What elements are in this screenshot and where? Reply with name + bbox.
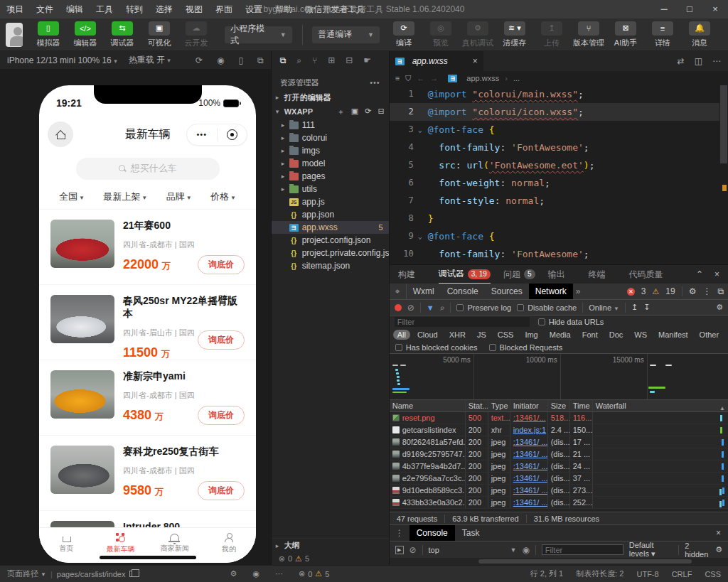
phone-tab[interactable]: 首页 bbox=[39, 528, 93, 559]
menu-item[interactable]: 界面 bbox=[209, 0, 239, 18]
more-actions-icon[interactable]: ••• bbox=[370, 78, 380, 87]
devtools-tab[interactable]: Network bbox=[529, 284, 573, 299]
preserve-log-checkbox[interactable]: Preserve log bbox=[456, 303, 511, 312]
drawer-menu-icon[interactable]: ⋮ bbox=[390, 528, 410, 538]
multi-window-icon[interactable]: ⧉ bbox=[257, 55, 264, 65]
open-editors-section[interactable]: ▸打开的编辑器 bbox=[272, 90, 389, 104]
filter-dropdown[interactable]: 品牌▼ bbox=[166, 190, 192, 203]
device-frame-icon[interactable]: ▯ bbox=[239, 55, 244, 65]
tree-item[interactable]: project.config.json bbox=[272, 234, 389, 247]
tree-item[interactable]: ▸ 111 bbox=[272, 119, 389, 131]
menu-item[interactable]: 编辑 bbox=[60, 0, 90, 18]
code-line[interactable]: 7 font-style: normal; bbox=[390, 192, 728, 210]
ask-price-button[interactable]: 询底价 bbox=[198, 330, 245, 350]
tree-item[interactable]: sitemap.json bbox=[272, 259, 389, 272]
tree-item[interactable]: ▸ imgs bbox=[272, 144, 389, 157]
compile-tool-button[interactable]: ⟳ 编译 bbox=[386, 21, 422, 48]
menu-item[interactable]: 设置 bbox=[239, 0, 269, 18]
compile-tool-button[interactable]: ◎ 预览 bbox=[423, 21, 459, 48]
filter-dropdown[interactable]: 价格▼ bbox=[210, 190, 236, 203]
filter-funnel-icon[interactable]: ▼ bbox=[427, 303, 434, 312]
tree-item[interactable]: app.json bbox=[272, 208, 389, 221]
collapse-all-icon[interactable]: ⊟ bbox=[378, 107, 384, 117]
files-icon[interactable]: ⧉ bbox=[280, 55, 287, 65]
blocked-cookies-checkbox[interactable]: Has blocked cookies bbox=[395, 343, 478, 352]
page-path-label[interactable]: 页面路径 ▼ bbox=[7, 568, 46, 579]
right-tool-button[interactable]: ≡ 详情 bbox=[645, 21, 680, 48]
search-icon[interactable]: ⌕ bbox=[296, 55, 301, 65]
more-icon[interactable]: ⋯ bbox=[275, 569, 283, 578]
editor-scrollbar[interactable] bbox=[719, 85, 728, 264]
debugger-tab[interactable]: 代码质量 bbox=[629, 265, 674, 284]
eval-icon[interactable]: ▶ bbox=[395, 546, 404, 554]
debugger-tab[interactable]: 输出 bbox=[548, 265, 576, 284]
outline-icon[interactable]: ≡ bbox=[395, 74, 400, 82]
eye-icon[interactable]: ◉ bbox=[522, 545, 529, 555]
debugger-tab[interactable]: 问题 5 bbox=[503, 265, 535, 284]
horizontal-scrollbar[interactable] bbox=[390, 558, 728, 565]
import-har-icon[interactable]: ↥ bbox=[631, 303, 638, 312]
ask-price-button[interactable]: 询底价 bbox=[198, 406, 245, 425]
close-miniprogram-button[interactable] bbox=[218, 129, 247, 140]
right-tool-button[interactable]: 🔔 消息 bbox=[682, 21, 717, 48]
ask-price-button[interactable]: 询底价 bbox=[198, 481, 245, 500]
mode-select[interactable]: 小程序模式▼ bbox=[225, 26, 292, 43]
listing-item[interactable]: 准新宗申yami 四川省-成都市 | 国四 4380 万 询底价 bbox=[39, 360, 256, 435]
more-actions-icon[interactable]: ⋯ bbox=[712, 56, 721, 66]
compile-mode-select[interactable]: 普通编译▼ bbox=[312, 26, 380, 43]
resource-type-pill[interactable]: XHR bbox=[445, 330, 470, 340]
phone-tab[interactable]: 最新车辆 bbox=[93, 528, 147, 559]
inspect-element-icon[interactable]: ⌖ bbox=[390, 284, 407, 299]
record-icon[interactable]: ◉ bbox=[217, 55, 224, 65]
resource-type-pill[interactable]: CSS bbox=[493, 330, 518, 340]
resource-type-pill[interactable]: Other bbox=[695, 330, 724, 340]
tree-item[interactable]: app.wxss 5 bbox=[272, 221, 389, 234]
view-toggle-button[interactable]: ▣ 可视化 bbox=[141, 21, 177, 48]
extensions-icon[interactable]: ⊞ bbox=[328, 55, 335, 65]
listing-item[interactable]: 春风250sr MY22单摇臂版本 四川省-眉山市 | 国四 11500 万 询… bbox=[39, 284, 256, 360]
bookmark-icon[interactable]: ⛉ bbox=[405, 74, 411, 83]
search-input[interactable]: 想买什么车 bbox=[76, 158, 220, 180]
devtools-tab[interactable]: Sources bbox=[485, 284, 529, 299]
search-network-icon[interactable]: ⌕ bbox=[440, 303, 445, 313]
tree-item[interactable]: ▸ pages bbox=[272, 170, 389, 183]
error-count-icon[interactable]: ✕ bbox=[627, 288, 635, 296]
network-request-row[interactable]: reset.png 500 text... :13461/... 518... … bbox=[390, 412, 728, 424]
split-editor-icon[interactable]: ◫ bbox=[695, 56, 702, 66]
code-line[interactable]: 3⌄@font-face { bbox=[390, 121, 728, 139]
context-select[interactable]: top▼ bbox=[429, 546, 517, 554]
page-path[interactable]: pages/carslist/index bbox=[57, 570, 126, 578]
refresh-icon[interactable]: ⟳ bbox=[365, 107, 371, 117]
problems-status[interactable]: ⊗0 ⚠5 bbox=[290, 569, 409, 578]
disable-cache-checkbox[interactable]: Disable cache bbox=[517, 303, 577, 312]
phone-tab[interactable]: 商家新闻 bbox=[148, 528, 202, 559]
filter-dropdown[interactable]: 最新上架▼ bbox=[103, 190, 147, 203]
git-branch-icon[interactable]: ⑂ bbox=[312, 55, 317, 65]
menu-item[interactable]: 转到 bbox=[119, 0, 149, 18]
network-request-row[interactable]: getcarslistindex 200 xhr index.js:1 2.4 … bbox=[390, 424, 728, 436]
tree-item[interactable]: ▸ colorui bbox=[272, 131, 389, 144]
close-tab-icon[interactable]: × bbox=[473, 56, 478, 66]
throttling-select[interactable]: Online ▼ bbox=[589, 303, 619, 312]
right-tool-button[interactable]: ↥ 上传 bbox=[534, 21, 569, 48]
console-filter-input[interactable] bbox=[542, 544, 623, 555]
resource-type-pill[interactable]: WS bbox=[630, 330, 651, 340]
collapse-panel-icon[interactable]: ⌃ bbox=[696, 269, 703, 279]
forward-icon[interactable]: → bbox=[430, 74, 438, 82]
resource-type-pill[interactable]: JS bbox=[473, 330, 491, 340]
outline-section[interactable]: ▸大纲 bbox=[272, 538, 389, 552]
more-tabs-icon[interactable]: » bbox=[573, 286, 584, 296]
code-line[interactable]: 8} bbox=[390, 210, 728, 227]
console-settings-icon[interactable]: ⚙ bbox=[715, 545, 722, 554]
debugger-tab[interactable]: 终端 bbox=[589, 265, 616, 284]
close-panel-icon[interactable]: × bbox=[714, 269, 719, 279]
device-select[interactable]: iPhone 12/13 mini 100% 16 ▾ bbox=[7, 55, 117, 65]
view-toggle-button[interactable]: ⇆ 调试器 bbox=[105, 21, 140, 48]
eye-icon[interactable]: ◉ bbox=[252, 569, 259, 578]
new-folder-icon[interactable]: ▣ bbox=[351, 107, 358, 117]
code-line[interactable]: 2@import "colorui/icon.wxss"; bbox=[390, 103, 728, 121]
menu-item[interactable]: 帮助 bbox=[269, 0, 299, 18]
network-timeline[interactable]: 5000 ms 10000 ms 15000 ms bbox=[390, 354, 728, 400]
hot-reload-toggle[interactable]: 热重载 开 ▾ bbox=[129, 54, 171, 66]
more-menu-button[interactable]: ••• bbox=[187, 130, 217, 139]
